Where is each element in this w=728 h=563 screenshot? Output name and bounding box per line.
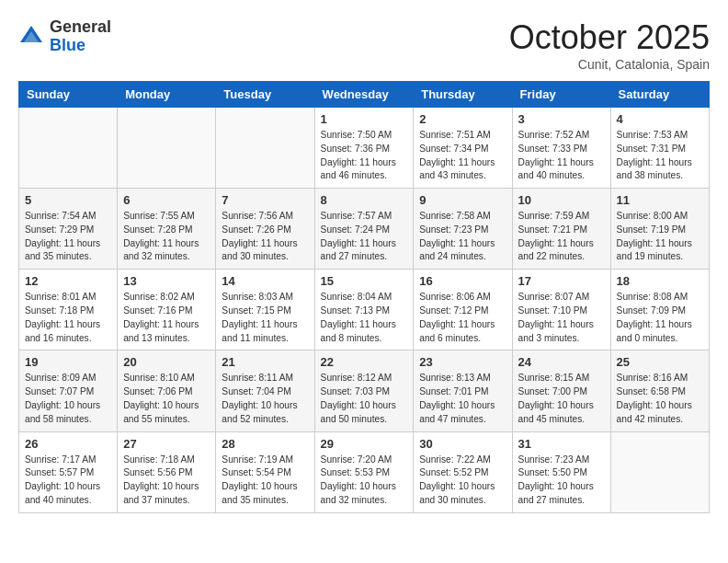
location-subtitle: Cunit, Catalonia, Spain	[509, 57, 710, 72]
day-number: 16	[419, 274, 506, 288]
day-number: 20	[123, 355, 210, 369]
day-info: Sunrise: 7:57 AM Sunset: 7:24 PM Dayligh…	[321, 210, 408, 264]
day-info: Sunrise: 8:12 AM Sunset: 7:03 PM Dayligh…	[321, 372, 408, 426]
day-info: Sunrise: 7:56 AM Sunset: 7:26 PM Dayligh…	[222, 210, 308, 264]
day-info: Sunrise: 8:11 AM Sunset: 7:04 PM Dayligh…	[222, 372, 308, 426]
day-info: Sunrise: 7:51 AM Sunset: 7:34 PM Dayligh…	[419, 129, 506, 183]
calendar-week-row: 12Sunrise: 8:01 AM Sunset: 7:18 PM Dayli…	[19, 270, 710, 350]
calendar-cell: 15Sunrise: 8:04 AM Sunset: 7:13 PM Dayli…	[314, 270, 414, 350]
day-number: 25	[617, 355, 703, 369]
weekday-header-saturday: Saturday	[610, 82, 709, 108]
calendar-week-row: 26Sunrise: 7:17 AM Sunset: 5:57 PM Dayli…	[19, 431, 710, 512]
calendar-cell: 12Sunrise: 8:01 AM Sunset: 7:18 PM Dayli…	[19, 270, 118, 350]
calendar-cell: 21Sunrise: 8:11 AM Sunset: 7:04 PM Dayli…	[216, 350, 314, 431]
calendar-header-row: SundayMondayTuesdayWednesdayThursdayFrid…	[19, 82, 710, 108]
calendar-cell	[216, 108, 314, 189]
day-number: 6	[123, 193, 210, 207]
day-number: 27	[123, 437, 210, 451]
day-number: 23	[419, 355, 506, 369]
calendar-week-row: 5Sunrise: 7:54 AM Sunset: 7:29 PM Daylig…	[19, 189, 710, 270]
calendar-cell: 6Sunrise: 7:55 AM Sunset: 7:28 PM Daylig…	[118, 189, 216, 270]
logo-general-text: General	[50, 17, 111, 36]
day-info: Sunrise: 7:58 AM Sunset: 7:23 PM Dayligh…	[419, 210, 506, 264]
logo-blue-text: Blue	[50, 36, 85, 54]
day-info: Sunrise: 8:02 AM Sunset: 7:16 PM Dayligh…	[123, 291, 210, 345]
day-info: Sunrise: 8:10 AM Sunset: 7:06 PM Dayligh…	[123, 372, 210, 426]
calendar-cell: 25Sunrise: 8:16 AM Sunset: 6:58 PM Dayli…	[610, 350, 709, 431]
day-info: Sunrise: 8:13 AM Sunset: 7:01 PM Dayligh…	[419, 372, 506, 426]
day-number: 14	[222, 274, 308, 288]
day-info: Sunrise: 7:22 AM Sunset: 5:52 PM Dayligh…	[419, 454, 506, 508]
day-info: Sunrise: 8:16 AM Sunset: 6:58 PM Dayligh…	[617, 372, 703, 426]
day-number: 17	[518, 274, 605, 288]
weekday-header-monday: Monday	[118, 82, 216, 108]
day-number: 13	[123, 274, 210, 288]
calendar-cell: 24Sunrise: 8:15 AM Sunset: 7:00 PM Dayli…	[512, 350, 610, 431]
day-number: 9	[419, 193, 506, 207]
day-number: 29	[321, 437, 408, 451]
calendar-week-row: 1Sunrise: 7:50 AM Sunset: 7:36 PM Daylig…	[19, 108, 710, 189]
calendar-cell	[19, 108, 118, 189]
calendar-table: SundayMondayTuesdayWednesdayThursdayFrid…	[18, 81, 710, 513]
day-number: 2	[419, 112, 506, 126]
weekday-header-tuesday: Tuesday	[216, 82, 314, 108]
day-number: 22	[321, 355, 408, 369]
calendar-cell: 20Sunrise: 8:10 AM Sunset: 7:06 PM Dayli…	[118, 350, 216, 431]
calendar-cell: 26Sunrise: 7:17 AM Sunset: 5:57 PM Dayli…	[19, 431, 118, 512]
calendar-cell: 27Sunrise: 7:18 AM Sunset: 5:56 PM Dayli…	[118, 431, 216, 512]
day-number: 18	[617, 274, 703, 288]
calendar-cell: 10Sunrise: 7:59 AM Sunset: 7:21 PM Dayli…	[512, 189, 610, 270]
calendar-cell: 31Sunrise: 7:23 AM Sunset: 5:50 PM Dayli…	[512, 431, 610, 512]
calendar-cell: 7Sunrise: 7:56 AM Sunset: 7:26 PM Daylig…	[216, 189, 314, 270]
day-number: 8	[321, 193, 408, 207]
calendar-cell: 23Sunrise: 8:13 AM Sunset: 7:01 PM Dayli…	[414, 350, 512, 431]
day-number: 12	[25, 274, 111, 288]
calendar-week-row: 19Sunrise: 8:09 AM Sunset: 7:07 PM Dayli…	[19, 350, 710, 431]
title-block: October 2025 Cunit, Catalonia, Spain	[509, 18, 710, 72]
calendar-cell: 3Sunrise: 7:52 AM Sunset: 7:33 PM Daylig…	[512, 108, 610, 189]
calendar-cell: 28Sunrise: 7:19 AM Sunset: 5:54 PM Dayli…	[216, 431, 314, 512]
weekday-header-wednesday: Wednesday	[314, 82, 414, 108]
day-info: Sunrise: 7:53 AM Sunset: 7:31 PM Dayligh…	[617, 129, 703, 183]
calendar-cell: 4Sunrise: 7:53 AM Sunset: 7:31 PM Daylig…	[610, 108, 709, 189]
calendar-cell: 9Sunrise: 7:58 AM Sunset: 7:23 PM Daylig…	[414, 189, 512, 270]
day-number: 21	[222, 355, 308, 369]
weekday-header-friday: Friday	[512, 82, 610, 108]
day-info: Sunrise: 8:00 AM Sunset: 7:19 PM Dayligh…	[617, 210, 703, 264]
day-info: Sunrise: 7:54 AM Sunset: 7:29 PM Dayligh…	[25, 210, 111, 264]
day-number: 3	[518, 112, 605, 126]
calendar-cell: 22Sunrise: 8:12 AM Sunset: 7:03 PM Dayli…	[314, 350, 414, 431]
day-info: Sunrise: 7:17 AM Sunset: 5:57 PM Dayligh…	[25, 454, 111, 508]
day-info: Sunrise: 8:03 AM Sunset: 7:15 PM Dayligh…	[222, 291, 308, 345]
day-number: 15	[321, 274, 408, 288]
day-info: Sunrise: 7:52 AM Sunset: 7:33 PM Dayligh…	[518, 129, 605, 183]
day-info: Sunrise: 7:50 AM Sunset: 7:36 PM Dayligh…	[321, 129, 408, 183]
day-info: Sunrise: 8:01 AM Sunset: 7:18 PM Dayligh…	[25, 291, 111, 345]
calendar-cell: 5Sunrise: 7:54 AM Sunset: 7:29 PM Daylig…	[19, 189, 118, 270]
day-number: 19	[25, 355, 111, 369]
day-number: 7	[222, 193, 308, 207]
day-number: 10	[518, 193, 605, 207]
day-number: 1	[321, 112, 408, 126]
weekday-header-thursday: Thursday	[414, 82, 512, 108]
calendar-cell: 13Sunrise: 8:02 AM Sunset: 7:16 PM Dayli…	[118, 270, 216, 350]
day-number: 31	[518, 437, 605, 451]
day-number: 5	[25, 193, 111, 207]
calendar-cell: 30Sunrise: 7:22 AM Sunset: 5:52 PM Dayli…	[414, 431, 512, 512]
page-header: General Blue October 2025 Cunit, Catalon…	[18, 18, 710, 72]
day-number: 4	[617, 112, 703, 126]
calendar-cell: 14Sunrise: 8:03 AM Sunset: 7:15 PM Dayli…	[216, 270, 314, 350]
day-info: Sunrise: 8:08 AM Sunset: 7:09 PM Dayligh…	[617, 291, 703, 345]
logo: General Blue	[18, 18, 111, 55]
calendar-cell: 11Sunrise: 8:00 AM Sunset: 7:19 PM Dayli…	[610, 189, 709, 270]
day-info: Sunrise: 8:09 AM Sunset: 7:07 PM Dayligh…	[25, 372, 111, 426]
day-number: 30	[419, 437, 506, 451]
calendar-cell: 16Sunrise: 8:06 AM Sunset: 7:12 PM Dayli…	[414, 270, 512, 350]
calendar-cell: 19Sunrise: 8:09 AM Sunset: 7:07 PM Dayli…	[19, 350, 118, 431]
day-info: Sunrise: 8:15 AM Sunset: 7:00 PM Dayligh…	[518, 372, 605, 426]
day-info: Sunrise: 7:59 AM Sunset: 7:21 PM Dayligh…	[518, 210, 605, 264]
day-number: 11	[617, 193, 703, 207]
calendar-cell: 18Sunrise: 8:08 AM Sunset: 7:09 PM Dayli…	[610, 270, 709, 350]
day-info: Sunrise: 7:20 AM Sunset: 5:53 PM Dayligh…	[321, 454, 408, 508]
day-info: Sunrise: 7:19 AM Sunset: 5:54 PM Dayligh…	[222, 454, 308, 508]
